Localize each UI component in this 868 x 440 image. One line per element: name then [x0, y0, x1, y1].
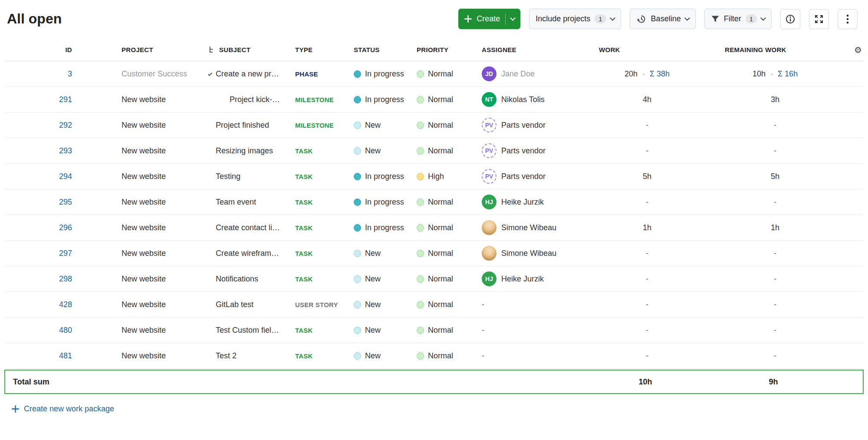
- priority-dot-icon: [417, 301, 424, 308]
- project-cell: New website: [122, 275, 208, 284]
- work-package-id-link[interactable]: 481: [59, 351, 72, 360]
- include-projects-label: Include projects: [536, 14, 590, 23]
- create-new-work-package-link[interactable]: Create new work package: [11, 404, 114, 414]
- work-package-id-link[interactable]: 428: [59, 300, 72, 309]
- table-row[interactable]: 293 New website Resizing images TASK New…: [5, 138, 863, 164]
- work-package-id-link[interactable]: 3: [68, 69, 72, 78]
- table-settings-gear-icon[interactable]: ⚙: [854, 46, 862, 54]
- work-package-id-link[interactable]: 292: [59, 121, 72, 129]
- include-projects-badge: 1: [595, 14, 606, 23]
- table-row[interactable]: 291 New website Project kick-… MILESTONE…: [5, 87, 863, 112]
- type-label: TASK: [295, 250, 313, 257]
- status-label: New: [365, 249, 381, 258]
- fullscreen-button[interactable]: [809, 9, 829, 29]
- more-menu-button[interactable]: [838, 9, 858, 29]
- sum-separator: ·: [770, 69, 773, 78]
- subject-text: Notifications: [216, 275, 258, 284]
- remaining-cell: -: [721, 121, 825, 130]
- status-cell: New: [354, 249, 417, 258]
- column-header-id[interactable]: ID ↑: [5, 46, 72, 53]
- create-button-label: Create: [477, 14, 500, 23]
- priority-label: Normal: [428, 275, 453, 284]
- remaining-sum-link[interactable]: Σ 16h: [778, 69, 798, 78]
- column-header-project[interactable]: PROJECT: [122, 46, 208, 53]
- info-button[interactable]: [780, 9, 800, 29]
- assignee-cell: HJ Heike Jurzik: [482, 195, 595, 209]
- priority-cell: Normal: [417, 300, 482, 309]
- status-cell: New: [354, 326, 417, 335]
- work-cell: -: [595, 249, 695, 258]
- status-cell: New: [354, 351, 417, 361]
- table-row[interactable]: 481 New website Test 2 TASK New Normal -…: [5, 343, 863, 369]
- column-header-work[interactable]: WORK: [595, 46, 695, 53]
- assignee-cell: PV Parts vendor: [482, 143, 595, 158]
- status-cell: New: [354, 146, 417, 155]
- column-header-status[interactable]: STATUS: [354, 46, 417, 53]
- work-value: -: [646, 121, 648, 129]
- priority-label: High: [428, 172, 444, 181]
- total-remaining-work-value: 9h: [721, 377, 825, 387]
- column-header-remaining-work[interactable]: REMAINING WORK: [721, 46, 825, 53]
- status-dot-icon: [354, 122, 361, 129]
- avatar: NT: [482, 92, 496, 107]
- work-package-id-link[interactable]: 295: [59, 198, 72, 206]
- assignee-name: Parts vendor: [501, 121, 546, 130]
- avatar: [482, 246, 496, 261]
- baseline-clock-icon: [636, 14, 647, 24]
- remaining-cell: -: [721, 275, 825, 284]
- work-package-id-link[interactable]: 291: [59, 95, 72, 104]
- subject-text: Test 2: [216, 351, 237, 361]
- work-package-id-link[interactable]: 293: [59, 146, 72, 155]
- plus-icon: [11, 405, 20, 413]
- work-package-id-link[interactable]: 296: [59, 223, 72, 232]
- priority-dot-icon: [417, 96, 424, 103]
- column-header-assignee[interactable]: ASSIGNEE: [482, 46, 595, 53]
- create-button[interactable]: Create: [458, 9, 520, 29]
- work-package-id-link[interactable]: 294: [59, 172, 72, 181]
- work-cell: -: [595, 146, 695, 155]
- project-cell: New website: [122, 198, 208, 207]
- project-cell: New website: [122, 300, 208, 309]
- priority-label: Normal: [428, 95, 453, 104]
- remaining-value: -: [774, 198, 776, 206]
- status-dot-icon: [354, 173, 361, 180]
- collapse-chevron-icon[interactable]: [208, 69, 214, 78]
- baseline-button[interactable]: Baseline: [630, 9, 696, 29]
- work-value: -: [646, 351, 648, 360]
- table-row[interactable]: 480 New website Test Custom fiel… TASK N…: [5, 318, 863, 343]
- table-row[interactable]: 297 New website Create wirefram… TASK Ne…: [5, 241, 863, 266]
- column-header-priority[interactable]: PRIORITY: [417, 46, 482, 53]
- remaining-value: 10h: [753, 69, 766, 78]
- avatar: [482, 220, 496, 235]
- priority-cell: Normal: [417, 275, 482, 284]
- priority-cell: Normal: [417, 95, 482, 104]
- table-row[interactable]: 295 New website Team event TASK In progr…: [5, 189, 863, 215]
- table-row[interactable]: 298 New website Notifications TASK New N…: [5, 266, 863, 292]
- type-label: TASK: [295, 327, 313, 334]
- remaining-cell: -: [721, 351, 825, 361]
- work-packages-table: ID ↑ PROJECT SUBJECT TYPE STATUS PRIORIT…: [5, 39, 863, 369]
- filter-button[interactable]: Filter 1: [704, 9, 772, 29]
- column-header-subject[interactable]: SUBJECT: [208, 46, 295, 53]
- table-row[interactable]: 296 New website Create contact li… TASK …: [5, 215, 863, 241]
- include-projects-button[interactable]: Include projects 1: [529, 9, 621, 29]
- type-label: TASK: [295, 352, 313, 360]
- column-header-type[interactable]: TYPE: [295, 46, 354, 53]
- work-package-id-link[interactable]: 297: [59, 249, 72, 258]
- work-cell: -: [595, 198, 695, 207]
- assignee-name: Nikolas Tolis: [501, 95, 545, 104]
- table-row[interactable]: 292 New website Project finished MILESTO…: [5, 112, 863, 138]
- table-row[interactable]: 294 New website Testing TASK In progress…: [5, 164, 863, 189]
- work-package-id-link[interactable]: 480: [59, 326, 72, 334]
- table-row[interactable]: 428 New website GitLab test USER STORY N…: [5, 292, 863, 318]
- status-cell: In progress: [354, 172, 417, 181]
- work-sum-link[interactable]: Σ 38h: [650, 69, 670, 78]
- work-package-id-link[interactable]: 298: [59, 275, 72, 283]
- table-row[interactable]: 3 Customer Success Create a new pr… PHAS…: [5, 61, 863, 87]
- status-cell: In progress: [354, 95, 417, 104]
- assignee-cell: HJ Heike Jurzik: [482, 271, 595, 286]
- remaining-value: -: [774, 300, 776, 309]
- remaining-cell: 1h: [721, 223, 825, 232]
- project-cell: New website: [122, 172, 208, 181]
- subject-cell: Create wirefram…: [208, 249, 295, 258]
